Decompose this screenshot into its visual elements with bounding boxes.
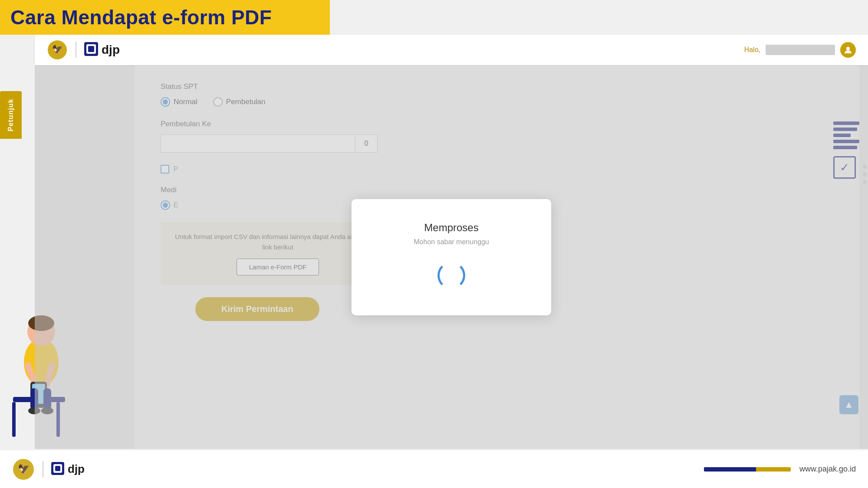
user-name-blurred: [766, 45, 835, 55]
footer-logo-area: 🦅 djp: [12, 458, 85, 481]
garuda-emblem: 🦅: [47, 39, 68, 60]
modal-subtitle: Mohon sabar menunggu: [414, 238, 489, 246]
top-banner: Cara Mendapat e-form PDF: [0, 0, 330, 35]
svg-point-2: [846, 47, 850, 50]
logo-area: 🦅 djp: [47, 39, 120, 60]
petunjuk-tab[interactable]: Petunjuk: [0, 91, 22, 139]
footer-url: www.pajak.go.id: [799, 465, 856, 474]
footer-djp-text: djp: [68, 462, 85, 476]
djp-logo: djp: [84, 42, 120, 58]
bottom-footer: 🦅 djp www.pajak.go.id: [0, 449, 868, 488]
loading-spinner: [437, 262, 465, 289]
svg-text:🦅: 🦅: [18, 463, 30, 475]
halo-text: Halo,: [744, 46, 760, 54]
svg-rect-4: [12, 402, 16, 437]
footer-bar-dark: [704, 467, 756, 472]
modal-title: Memproses: [424, 222, 478, 234]
footer-right: www.pajak.go.id: [704, 465, 856, 474]
svg-text:🦅: 🦅: [52, 44, 63, 55]
header-right: Halo,: [744, 42, 856, 58]
header-bar: 🦅 djp Halo,: [35, 35, 868, 65]
djp-text: djp: [102, 43, 120, 57]
user-icon[interactable]: [840, 42, 856, 58]
main-area: 🦅 djp Halo, Petunjuk: [35, 35, 868, 449]
footer-garuda-emblem: 🦅: [12, 458, 35, 481]
petunjuk-label: Petunjuk: [7, 98, 15, 131]
footer-divider: [43, 461, 43, 478]
footer-djp-logo: djp: [51, 462, 85, 477]
footer-bar-gold: [756, 467, 791, 472]
banner-title: Cara Mendapat e-form PDF: [10, 6, 272, 29]
modal-overlay: Memproses Mohon sabar menunggu: [35, 65, 868, 449]
modal-box: Memproses Mohon sabar menunggu: [352, 199, 551, 315]
logo-divider: [76, 42, 76, 58]
